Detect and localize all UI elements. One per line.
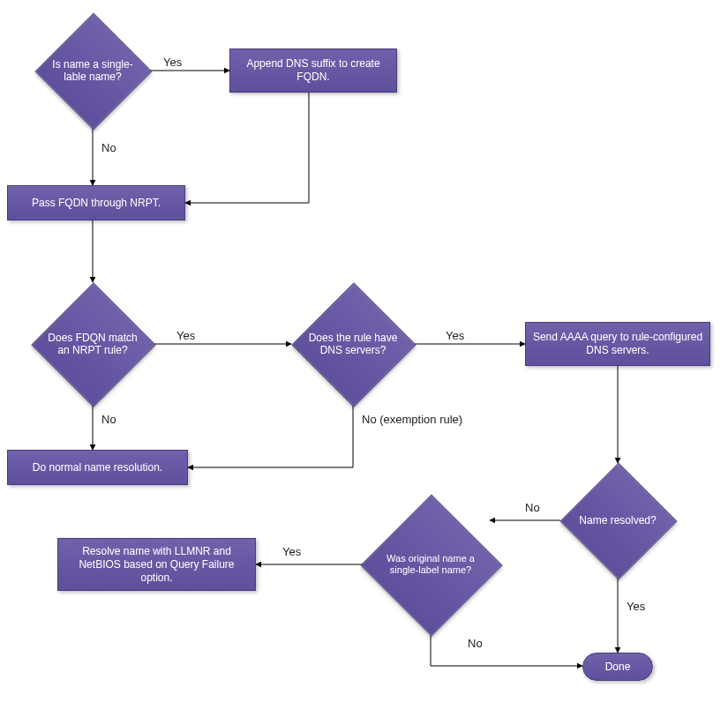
edge-label-d1-yes: Yes xyxy=(163,56,182,69)
terminator-done-text: Done xyxy=(583,653,652,680)
process-send-aaaa-text: Send AAAA query to rule-configured DNS s… xyxy=(529,331,706,357)
process-llmnr-netbios-text: Resolve name with LLMNR and NetBIOS base… xyxy=(62,545,251,585)
edge-label-d3-no: No (exemption rule) xyxy=(362,413,462,426)
decision-was-single-label: Was original name a single-label name? xyxy=(360,494,501,635)
process-append-suffix: Append DNS suffix to create FQDN. xyxy=(229,49,397,93)
decision-single-label: Is name a single-lable name? xyxy=(35,13,150,128)
decision-rule-has-dns-text: Does the rule have DNS servers? xyxy=(291,282,415,406)
process-pass-nrpt-text: Pass FQDN through NRPT. xyxy=(32,197,161,210)
edge-label-d2-no: No xyxy=(101,413,116,426)
process-llmnr-netbios: Resolve name with LLMNR and NetBIOS base… xyxy=(57,538,256,591)
terminator-done: Done xyxy=(582,653,653,681)
edge-label-d4-no: No xyxy=(525,501,540,514)
edge-label-d3-yes: Yes xyxy=(446,329,464,342)
edge-label-d5-yes: Yes xyxy=(282,545,301,558)
edge-label-d1-no: No xyxy=(101,141,116,154)
decision-single-label-text: Is name a single-lable name? xyxy=(35,13,150,128)
decision-name-resolved-text: Name resolved? xyxy=(560,463,675,578)
edge-label-d2-yes: Yes xyxy=(176,329,195,342)
process-normal-resolution: Do normal name resolution. xyxy=(7,450,188,485)
decision-match-nrpt-text: Does FDQN match an NRPT rule? xyxy=(31,282,154,406)
decision-match-nrpt: Does FDQN match an NRPT rule? xyxy=(31,282,154,406)
flowchart-canvas: Yes No Yes No Yes No (exemption rule) Ye… xyxy=(0,0,728,702)
process-append-suffix-text: Append DNS suffix to create FQDN. xyxy=(234,57,393,84)
process-send-aaaa: Send AAAA query to rule-configured DNS s… xyxy=(525,322,710,366)
decision-rule-has-dns: Does the rule have DNS servers? xyxy=(291,282,415,406)
edge-label-d4-yes: Yes xyxy=(627,600,645,613)
decision-name-resolved: Name resolved? xyxy=(560,463,675,578)
edge-label-d5-no: No xyxy=(468,637,483,650)
process-normal-resolution-text: Do normal name resolution. xyxy=(33,461,162,474)
process-pass-nrpt: Pass FQDN through NRPT. xyxy=(7,185,185,220)
decision-was-single-label-text: Was original name a single-label name? xyxy=(360,494,501,635)
